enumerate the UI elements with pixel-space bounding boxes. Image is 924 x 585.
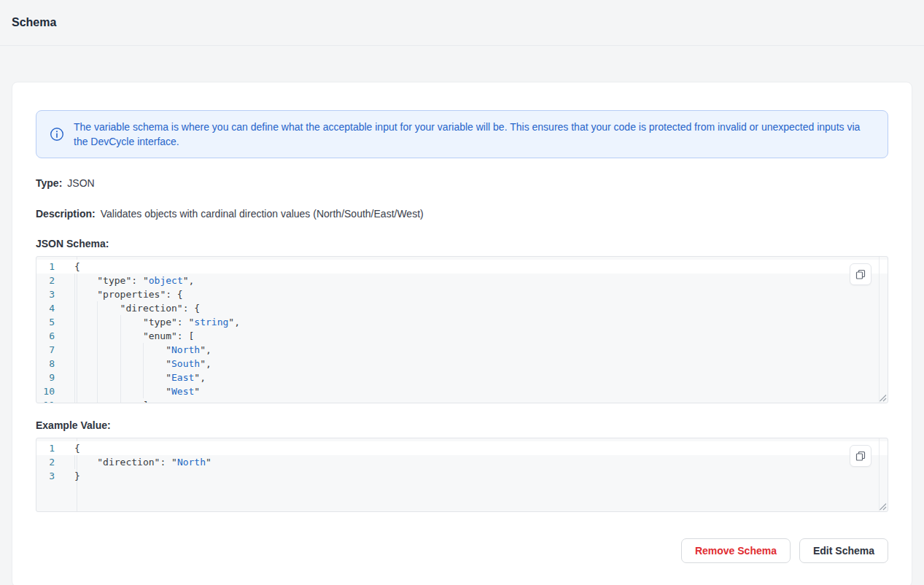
code-token: " — [166, 358, 171, 369]
indent-guide — [120, 343, 143, 357]
indent-guide — [120, 329, 143, 343]
info-alert-text: The variable schema is where you can def… — [74, 120, 874, 149]
line-number: 5 — [36, 315, 66, 329]
indent-guide — [120, 384, 143, 398]
code-token-string: string — [194, 317, 228, 328]
indent-guide — [120, 371, 143, 384]
code-line: 3"properties": { — [36, 287, 888, 301]
code-line: 2"direction": "North" — [36, 455, 888, 469]
vertical-scrollbar[interactable] — [879, 257, 888, 403]
code-token: ", — [183, 275, 195, 286]
info-circle-icon — [50, 127, 64, 142]
description-field: Description:Validates objects with cardi… — [36, 207, 888, 220]
type-value: JSON — [67, 177, 94, 189]
line-number: 1 — [36, 260, 66, 274]
copy-button[interactable] — [850, 445, 871, 467]
indent-guide — [74, 343, 97, 357]
resize-handle[interactable] — [879, 394, 887, 402]
code-token-string: North — [177, 457, 206, 468]
resize-grip-icon — [879, 394, 887, 402]
line-number: 2 — [36, 455, 66, 469]
code-line: 10"West" — [36, 384, 888, 398]
example-value-editor[interactable]: 1{2"direction": "North"3} — [36, 438, 888, 512]
json-schema-editor[interactable]: 1{2"type": "object",3"properties": {4"di… — [36, 256, 888, 403]
code-token: " — [166, 386, 171, 397]
indent-guide — [74, 287, 97, 301]
indent-guide — [97, 398, 120, 403]
code-token: ", — [200, 344, 211, 355]
code-token: "properties": { — [97, 289, 182, 300]
code-token: "enum": [ — [143, 330, 194, 341]
copy-button[interactable] — [850, 263, 871, 285]
code-line: 2"type": "object", — [36, 274, 888, 287]
line-number: 10 — [36, 384, 66, 398]
edit-schema-button[interactable]: Edit Schema — [799, 538, 888, 563]
example-value-label: Example Value: — [36, 419, 888, 431]
code-token: " — [206, 457, 211, 468]
indent-guide — [120, 357, 143, 371]
code-token-string: East — [171, 372, 194, 383]
line-number: 3 — [36, 287, 66, 301]
line-number: 7 — [36, 343, 66, 357]
indent-guide — [97, 357, 120, 371]
code-line: 8"South", — [36, 357, 888, 371]
vertical-scrollbar[interactable] — [879, 438, 888, 511]
code-token: { — [74, 443, 80, 454]
code-token: " — [166, 372, 171, 383]
indent-guide — [143, 384, 166, 398]
line-number: 9 — [36, 371, 66, 384]
indent-guide — [74, 455, 97, 469]
indent-guide — [74, 357, 97, 371]
indent-guide — [97, 343, 120, 357]
indent-guide — [143, 357, 166, 371]
line-number: 11 — [36, 398, 66, 403]
code-token-string: South — [171, 358, 200, 369]
code-line: 4"direction": { — [36, 301, 888, 315]
resize-grip-icon — [879, 503, 887, 511]
indent-guide — [97, 301, 120, 315]
line-number: 2 — [36, 274, 66, 287]
indent-guide — [120, 398, 143, 403]
line-number: 6 — [36, 329, 66, 343]
code-line: 5"type": "string", — [36, 315, 888, 329]
line-number: 3 — [36, 469, 66, 483]
line-number: 8 — [36, 357, 66, 371]
page-title: Schema — [12, 16, 56, 29]
indent-guide — [74, 274, 97, 287]
indent-guide — [143, 343, 166, 357]
description-value: Validates objects with cardinal directio… — [101, 208, 424, 220]
json-schema-label: JSON Schema: — [36, 238, 888, 249]
code-token: " — [166, 344, 171, 355]
json-schema-code-area: 1{2"type": "object",3"properties": {4"di… — [36, 257, 888, 403]
schema-card: The variable schema is where you can def… — [12, 82, 912, 585]
code-token: "type": " — [97, 275, 148, 286]
page-header: Schema — [0, 0, 924, 46]
indent-guide — [74, 384, 97, 398]
code-line: 6"enum": [ — [36, 329, 888, 343]
remove-schema-button[interactable]: Remove Schema — [681, 538, 791, 563]
code-token: { — [74, 261, 80, 272]
indent-guide — [74, 398, 97, 403]
copy-icon — [855, 450, 866, 462]
description-label: Description: — [36, 208, 96, 220]
indent-guide — [143, 371, 166, 384]
page-body: The variable schema is where you can def… — [0, 46, 924, 585]
code-token: "type": " — [143, 317, 194, 328]
code-line: 9"East", — [36, 371, 888, 384]
indent-guide — [97, 315, 120, 329]
code-token: } — [74, 470, 80, 481]
code-token: " — [194, 386, 200, 397]
indent-guide — [97, 384, 120, 398]
code-token: ", — [228, 317, 240, 328]
code-token: "direction": " — [97, 457, 177, 468]
indent-guide — [74, 315, 97, 329]
indent-guide — [74, 371, 97, 384]
copy-icon — [855, 268, 866, 280]
code-token-string: West — [171, 386, 194, 397]
resize-handle[interactable] — [879, 503, 887, 511]
code-token-string: North — [171, 344, 200, 355]
indent-guide — [97, 371, 120, 384]
code-token: ", — [194, 372, 206, 383]
indent-guide — [74, 329, 97, 343]
code-line: 1{ — [36, 260, 888, 274]
